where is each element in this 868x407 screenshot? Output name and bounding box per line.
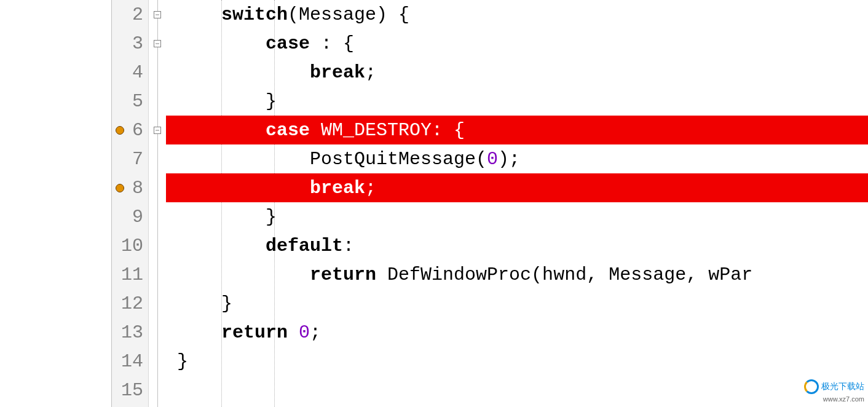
margin-cell[interactable] <box>0 0 111 29</box>
margin-cell[interactable] <box>0 87 111 116</box>
token-kw: case <box>266 120 310 141</box>
line-number[interactable]: 2 <box>112 0 148 29</box>
line-number[interactable]: 13 <box>112 318 148 347</box>
token-txt: ); <box>498 149 520 170</box>
indent <box>166 293 221 314</box>
watermark-brand: 极光下载站 <box>821 381 864 390</box>
margin-cell[interactable] <box>0 58 111 87</box>
token-txt: PostQuitMessage( <box>310 149 487 170</box>
token-kw: return <box>221 322 288 343</box>
code-line[interactable]: return 0; <box>166 318 868 347</box>
margin-cell[interactable] <box>0 376 111 405</box>
token-txt: ; <box>310 322 321 343</box>
fold-toggle-icon[interactable] <box>154 127 161 134</box>
indent <box>166 380 177 401</box>
margin-cell[interactable] <box>0 116 111 144</box>
line-number[interactable]: 5 <box>112 87 148 116</box>
token-txt: : <box>343 235 354 256</box>
line-number[interactable]: 10 <box>112 232 148 261</box>
margin-cell[interactable] <box>0 29 111 58</box>
line-number[interactable]: 7 <box>112 144 148 173</box>
code-line[interactable]: PostQuitMessage(0); <box>166 144 868 173</box>
line-number[interactable]: 15 <box>112 376 148 405</box>
margin-cell[interactable] <box>0 261 111 290</box>
line-number[interactable]: 9 <box>112 202 148 231</box>
code-editor: 23456789101112131415 switch(Message) { c… <box>0 0 868 407</box>
bookmark-margin[interactable] <box>0 0 112 407</box>
indent <box>166 264 310 285</box>
fold-toggle-icon[interactable] <box>154 40 161 47</box>
indent <box>166 322 221 343</box>
code-line[interactable]: return DefWindowProc(hwnd, Message, wPar <box>166 261 868 290</box>
token-kw: return <box>310 264 376 285</box>
token-txt <box>288 322 299 343</box>
line-number[interactable]: 14 <box>112 347 148 376</box>
line-number[interactable]: 12 <box>112 290 148 318</box>
code-line[interactable]: break; <box>166 58 868 87</box>
margin-cell[interactable] <box>0 232 111 261</box>
token-kw: break <box>310 178 365 199</box>
token-txt: ; <box>365 62 376 83</box>
margin-cell[interactable] <box>0 173 111 202</box>
indent <box>166 120 266 141</box>
code-line[interactable]: } <box>166 202 868 231</box>
indent <box>166 149 310 170</box>
line-number[interactable]: 4 <box>112 58 148 87</box>
line-number[interactable]: 11 <box>112 261 148 290</box>
breakpoint-line-number[interactable]: 8 <box>112 173 148 202</box>
token-kw: default <box>266 235 343 256</box>
watermark-site: www.xz7.com <box>823 395 864 403</box>
fold-toggle-icon[interactable] <box>154 11 161 18</box>
fold-vertical-line <box>157 0 158 407</box>
margin-cell[interactable] <box>0 144 111 173</box>
indent <box>166 351 177 372</box>
token-num: 0 <box>487 149 498 170</box>
code-line[interactable]: } <box>166 347 868 376</box>
code-line[interactable]: } <box>166 290 868 318</box>
watermark-logo-icon <box>804 379 819 394</box>
code-area[interactable]: switch(Message) { case : { break; } case… <box>166 0 868 407</box>
margin-cell[interactable] <box>0 347 111 376</box>
token-txt: ; <box>365 178 376 199</box>
token-kw: break <box>310 62 365 83</box>
indent <box>166 91 266 112</box>
code-line[interactable]: switch(Message) { <box>166 0 868 29</box>
code-line[interactable]: } <box>166 87 868 116</box>
token-txt: WM_DESTROY: { <box>310 120 465 141</box>
indent <box>166 207 266 227</box>
token-num: 0 <box>299 322 310 343</box>
highlighted-code-line[interactable]: case WM_DESTROY: { <box>166 116 868 144</box>
token-txt: } <box>221 293 232 314</box>
token-kw: case <box>266 33 310 54</box>
fold-column[interactable] <box>149 0 166 407</box>
indent <box>166 235 266 256</box>
token-txt: } <box>266 91 277 112</box>
margin-cell[interactable] <box>0 318 111 347</box>
token-txt: DefWindowProc(hwnd, Message, wPar <box>376 264 752 285</box>
margin-cell[interactable] <box>0 290 111 318</box>
breakpoint-line-number[interactable]: 6 <box>112 116 148 144</box>
watermark: 极光下载站 www.xz7.com <box>804 379 864 403</box>
line-number-gutter[interactable]: 23456789101112131415 <box>112 0 149 407</box>
margin-cell[interactable] <box>0 202 111 231</box>
line-number[interactable]: 3 <box>112 29 148 58</box>
indent <box>166 4 221 25</box>
indent <box>166 33 266 54</box>
token-kw: switch <box>221 4 288 25</box>
token-txt: : { <box>310 33 354 54</box>
token-txt: } <box>266 207 277 227</box>
code-line[interactable]: case : { <box>166 29 868 58</box>
indent <box>166 178 310 199</box>
token-txt: (Message) { <box>288 4 409 25</box>
token-txt: } <box>177 351 188 372</box>
code-line[interactable] <box>166 376 868 405</box>
indent <box>166 62 310 83</box>
highlighted-code-line[interactable]: break; <box>166 173 868 202</box>
code-line[interactable]: default: <box>166 232 868 261</box>
